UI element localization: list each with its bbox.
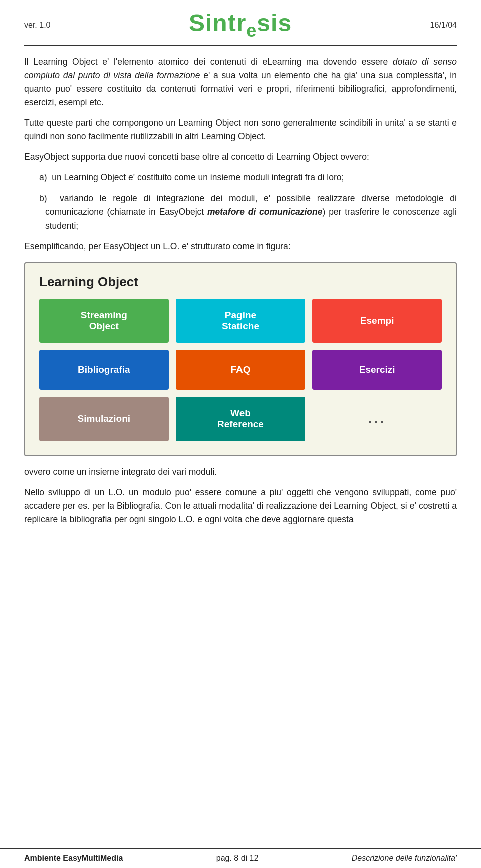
paragraph5: ovvero come un insieme integrato dei var…: [24, 465, 457, 479]
logo-main: Sintresis: [189, 10, 292, 36]
logo: Sintresis: [189, 9, 292, 41]
page-footer: Ambiente EasyMultiMedia pag. 8 di 12 Des…: [0, 848, 481, 868]
footer-center: pag. 8 di 12: [216, 854, 259, 863]
lo-cell-web-reference: WebReference: [176, 397, 306, 441]
list-item-b: b) variando le regole di integrazione de…: [30, 192, 457, 233]
intro-paragraph: Il Learning Object e' l'elemento atomico…: [24, 55, 457, 110]
paragraph2: Tutte queste parti che compongono un Lea…: [24, 116, 457, 143]
footer-left: Ambiente EasyMultiMedia: [24, 854, 123, 863]
lo-diagram-title: Learning Object: [39, 274, 442, 290]
lo-cell-pagine: PagineStatiche: [176, 299, 306, 343]
lo-cell-simulazioni: Simulazioni: [39, 397, 169, 441]
lo-grid: StreamingObject PagineStatiche Esempi Bi…: [39, 299, 442, 441]
lo-cell-bibliografia: Bibliografia: [39, 350, 169, 390]
paragraph6: Nello sviluppo di un L.O. un modulo puo'…: [24, 486, 457, 526]
logo-sub: e: [246, 20, 257, 41]
main-content: Il Learning Object e' l'elemento atomico…: [24, 55, 457, 527]
paragraph3: EasyObject supporta due nuovi concetti b…: [24, 150, 457, 164]
lo-cell-faq: FAQ: [176, 350, 306, 390]
lo-cell-streaming: StreamingObject: [39, 299, 169, 343]
page-header: ver. 1.0 Sintresis 16/1/04: [24, 9, 457, 46]
list-item-a: a) un Learning Object e' costituito come…: [30, 171, 457, 184]
lo-cell-esempi: Esempi: [312, 299, 442, 343]
lo-diagram-box: Learning Object StreamingObject PagineSt…: [24, 262, 457, 456]
footer-right: Descrizione delle funzionalita': [352, 854, 457, 863]
paragraph4: Esemplificando, per EasyObject un L.O. e…: [24, 240, 457, 253]
lo-cell-dots: ...: [312, 397, 442, 441]
version-text: ver. 1.0: [24, 21, 50, 30]
date-text: 16/1/04: [430, 21, 457, 30]
lo-cell-esercizi: Esercizi: [312, 350, 442, 390]
